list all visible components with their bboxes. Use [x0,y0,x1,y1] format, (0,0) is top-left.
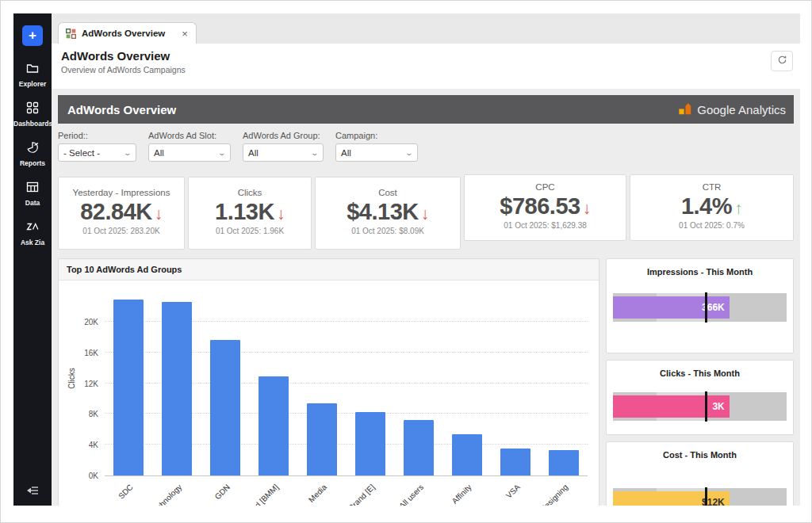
banner-title: AdWords Overview [67,103,176,116]
bar-redesigning[interactable] [549,450,579,475]
y-tick-label: 16K [71,349,98,357]
trend-down-icon: ↓ [421,204,429,223]
bullet-widget-impressions-this-month: Impressions - This Month366K [606,258,794,353]
trend-down-icon: ↓ [277,204,285,223]
bullet-value-bar[interactable]: $12K [613,491,730,506]
sidebar-item-data[interactable]: Data [13,181,52,207]
x-axis-label: Redesigning [532,483,569,506]
selected-value: - Select - [63,148,100,158]
bar-chart-plot: 0K4K8K12K16K20KSDCTechnologyGDNMerchandi… [105,281,588,476]
filter-campaign: Campaign:All⌄ [335,131,418,166]
bar-media[interactable] [307,403,337,475]
dashboard-canvas: AdWords Overview Google Analytics Period… [52,89,800,506]
tab-label: AdWords Overview [82,29,165,38]
kpi-comparison-note: 01 Oct 2025: $8.09K [316,227,460,235]
bullet-target-marker [705,487,707,506]
filter-select-period[interactable]: - Select -⌄ [58,143,136,162]
bar-all-users[interactable] [404,420,434,475]
dashboards-grid-icon [26,103,39,116]
bullet-value-bar[interactable]: 3K [613,395,730,418]
kpi-value-text: 82.84K [80,199,152,224]
bar-affinity[interactable] [452,434,482,475]
chevron-down-icon: ⌄ [311,149,320,157]
bar-merchandise-brand-bmm[interactable] [259,376,289,475]
chevron-down-icon: ⌄ [218,149,227,157]
kpi-title: CTR [630,182,793,192]
kpi-value: 1.13K↓ [189,200,311,223]
widgets-row: Top 10 AdWords Ad Groups Clicks 0K4K8K12… [58,258,794,506]
refresh-button[interactable] [771,51,793,71]
bar-slot-merchandise-brand-bmm: Merchandise - Brand [BMM] [250,281,298,475]
page-title: AdWords Overview [61,49,791,63]
filter-label: Period:: [58,131,136,140]
bar-merchandise-brand-e[interactable] [355,412,385,475]
bar-slot-technology: Technology [153,281,201,475]
selected-value: All [154,148,164,158]
bullet-widgets-column: Impressions - This Month366KClicks - Thi… [606,258,794,506]
kpi-title: CPC [465,182,626,192]
bar-vsa[interactable] [500,449,530,475]
sidebar-item-explorer[interactable]: Explorer [13,62,52,88]
bar-technology[interactable] [162,302,192,475]
sidebar: + ExplorerDashboardsReportsDataAsk Zia [13,13,52,506]
google-analytics-icon [678,101,692,118]
bar-slot-affinity: Affinity [442,281,491,475]
bullet-widget-title: Clicks - This Month [607,368,793,378]
kpi-comparison-note: 01 Oct 2025: 1.96K [189,227,311,235]
y-tick-label: 0K [71,471,98,480]
bullet-track: 366K [613,293,787,322]
selected-value: All [341,148,351,158]
bar-gdn[interactable] [210,340,240,475]
sidebar-item-label: Ask Zia [13,239,52,246]
bullet-widget-clicks-this-month: Clicks - This Month3K [606,360,794,435]
bullet-target-marker [705,292,707,323]
sidebar-item-label: Explorer [13,80,52,88]
bullet-widget-title: Cost - This Month [607,450,793,460]
zia-icon [26,222,39,235]
bar-slot-gdn: GDN [201,281,250,475]
chevron-down-icon: ⌄ [405,149,414,157]
kpi-card-yesterday-impressions: Yesterday - Impressions82.84K↓01 Oct 202… [58,177,185,250]
kpi-comparison-note: 01 Oct 2025: $1,629.38 [465,221,626,230]
x-axis-label: Media [307,483,328,504]
kpi-value: 1.4%↑ [630,194,793,218]
trend-up-icon: ↑ [734,199,742,217]
bar-slot-all-users: All users [394,281,442,475]
kpi-value-text: 1.4% [681,193,732,219]
x-axis-label: Affinity [450,483,473,506]
filter-label: AdWords Ad Slot: [148,131,231,140]
filter-select-campaign[interactable]: All⌄ [335,143,418,162]
bar-slot-merchandise-brand-e: Merchandise - Brand [E] [347,281,395,475]
collapse-sidebar-button[interactable] [13,485,52,499]
kpi-card-cpc: CPC$786.53↓01 Oct 2025: $1,629.38 [464,174,626,241]
bullet-value-bar[interactable]: 366K [613,296,730,319]
filter-adwords-ad-slot: AdWords Ad Slot:All⌄ [148,131,231,166]
x-axis-label: All users [397,483,425,506]
kpi-row: Yesterday - Impressions82.84K↓01 Oct 202… [58,174,794,250]
selected-value: All [248,148,259,158]
bar-slot-vsa: VSA [491,281,539,475]
bullet-widget-cost-this-month: Cost - This Month$12K [606,441,794,506]
table-icon [26,182,39,196]
filter-select-adwords-ad-group[interactable]: All⌄ [243,143,324,162]
tab-strip: AdWords Overview × [52,13,800,44]
sidebar-item-reports[interactable]: Reports [13,141,52,167]
tab-close-icon[interactable]: × [182,28,188,40]
filter-select-adwords-ad-slot[interactable]: All⌄ [148,143,231,162]
bullet-target-marker [705,391,707,422]
bar-slot-redesigning: Redesigning [539,281,588,475]
bar-sdc[interactable] [113,300,144,475]
sidebar-item-ask-zia[interactable]: Ask Zia [13,220,52,246]
page-header: AdWords Overview Overview of AdWords Cam… [52,44,800,89]
pie-chart-icon [26,143,39,156]
tab-adwords-overview[interactable]: AdWords Overview × [58,22,197,44]
bar-chart-widget: Top 10 AdWords Ad Groups Clicks 0K4K8K12… [58,258,599,506]
create-new-button[interactable]: + [22,25,43,46]
sidebar-item-label: Dashboards [13,120,52,128]
kpi-card-clicks: Clicks1.13K↓01 Oct 2025: 1.96K [188,177,312,250]
kpi-value: 82.84K↓ [59,200,184,223]
sidebar-item-dashboards[interactable]: Dashboards [13,101,52,128]
kpi-title: Cost [316,188,460,197]
filter-label: Campaign: [335,131,418,140]
y-axis-label: Clicks [67,363,76,395]
